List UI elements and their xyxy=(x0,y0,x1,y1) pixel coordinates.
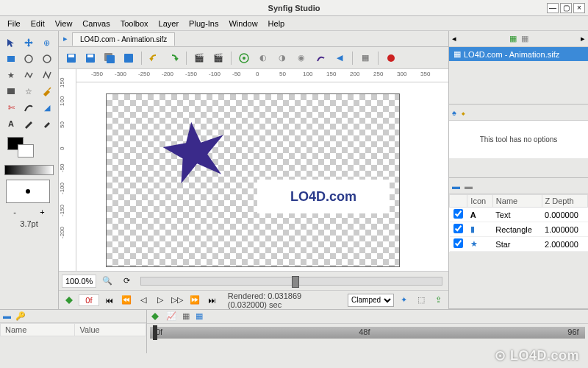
prev-doc-icon[interactable]: ◂ xyxy=(452,34,456,43)
brush-size-plus[interactable]: + xyxy=(40,208,44,216)
menu-view[interactable]: View xyxy=(51,18,77,29)
layer-visible-checkbox[interactable] xyxy=(453,209,463,219)
bone-setup-icon[interactable]: ⬚ xyxy=(414,292,428,308)
layers-tab2-icon[interactable]: ▬ xyxy=(465,182,473,191)
params-tab2-icon[interactable]: 🔑 xyxy=(15,311,26,321)
render-icon[interactable]: 🎬 xyxy=(191,50,207,66)
zoom-in-icon[interactable]: ⊕ xyxy=(39,35,55,50)
color-swatches[interactable] xyxy=(4,137,54,160)
menu-layer[interactable]: Layer xyxy=(154,18,184,29)
save-button[interactable] xyxy=(63,50,79,66)
keyframe-toggle-icon[interactable] xyxy=(62,292,76,308)
layer-col-name[interactable]: Name xyxy=(492,195,542,208)
curves-tab-icon[interactable]: 📈 xyxy=(166,311,176,322)
next-doc-icon[interactable]: ▸ xyxy=(581,34,585,43)
onion-next-icon[interactable]: ◉ xyxy=(293,50,309,66)
keyframe-lock-select[interactable]: Clamped xyxy=(348,294,394,307)
timeline-ruler[interactable]: 0f 48f 96f xyxy=(150,327,585,339)
current-frame[interactable]: 0f xyxy=(79,294,98,306)
star-shape[interactable] xyxy=(160,118,234,191)
layer-row[interactable]: ★Star2.000000 xyxy=(450,237,588,252)
zoom-reset-icon[interactable]: ⟳ xyxy=(118,273,135,289)
zoom-fit-icon[interactable]: 🔍 xyxy=(99,273,115,289)
onion-skin-icon[interactable] xyxy=(312,50,329,66)
cutout-tool[interactable]: ✄ xyxy=(3,100,19,115)
rectangle-tool[interactable] xyxy=(3,52,19,66)
undo-button[interactable] xyxy=(146,50,162,66)
history-tab-icon[interactable]: ▦ xyxy=(182,311,190,322)
canvas[interactable]: LO4D.com xyxy=(76,82,448,271)
params-col-name[interactable]: Name xyxy=(1,324,75,336)
keyframe-nav-icon[interactable]: ◀ xyxy=(331,50,348,66)
seek-start-icon[interactable]: ⏮ xyxy=(102,292,116,308)
transform-tool[interactable] xyxy=(3,35,19,50)
redo-button[interactable] xyxy=(165,50,182,66)
star-tool[interactable]: ★ xyxy=(3,68,19,82)
spline-tool[interactable] xyxy=(21,68,37,82)
onion-prev-icon[interactable]: ◐ xyxy=(255,50,271,66)
menu-help[interactable]: Help xyxy=(264,18,290,29)
zoom-level[interactable]: 100.0% xyxy=(62,275,96,288)
seek-end-icon[interactable]: ⏭ xyxy=(204,292,218,308)
onion-both-icon[interactable]: ◑ xyxy=(274,50,290,66)
menu-edit[interactable]: Edit xyxy=(26,18,49,29)
eyedrop-tool[interactable] xyxy=(39,84,55,99)
polyline-tool[interactable] xyxy=(39,68,55,82)
animate-mode-icon[interactable]: ⇪ xyxy=(431,292,445,308)
layer-col-visible[interactable] xyxy=(450,195,467,208)
smooth-move-tool[interactable] xyxy=(21,35,37,50)
gradient-swatch[interactable] xyxy=(4,165,54,175)
tool-options-tab-icon[interactable]: ♠ xyxy=(452,108,456,117)
layer-visible-checkbox[interactable] xyxy=(453,224,463,233)
export-button[interactable] xyxy=(121,50,137,66)
layer-row[interactable]: AText0.000000 xyxy=(450,208,588,222)
grid-icon[interactable]: ▦ xyxy=(357,50,373,66)
brush-size-minus[interactable]: - xyxy=(13,208,16,216)
layer-col-zdepth[interactable]: Z Depth xyxy=(542,195,587,208)
save-all-button[interactable] xyxy=(101,50,118,66)
brush-tool[interactable] xyxy=(39,116,55,131)
layer-visible-checkbox[interactable] xyxy=(453,238,463,248)
doclist-alt-icon[interactable]: ▦ xyxy=(521,34,528,43)
draw-tool[interactable] xyxy=(21,100,37,115)
time-scrubber[interactable] xyxy=(140,277,442,286)
seek-prev-icon[interactable]: ◁ xyxy=(136,292,150,308)
brush-preview[interactable] xyxy=(6,180,50,203)
text-tool[interactable]: A xyxy=(3,116,19,131)
ellipse-tool[interactable] xyxy=(39,52,55,66)
menu-toolbox[interactable]: Toolbox xyxy=(116,18,153,29)
maximize-button[interactable]: ▢ xyxy=(560,3,572,13)
bone-icon[interactable]: ✦ xyxy=(397,292,411,308)
document-list-item[interactable]: ▦ LO4D.com - Animation.sifz xyxy=(449,47,588,61)
layer-col-icon[interactable]: Icon xyxy=(467,195,493,208)
doclist-icon[interactable]: ▦ xyxy=(509,34,517,43)
menu-file[interactable]: File xyxy=(3,18,25,29)
render-preview-icon[interactable]: 🎬 xyxy=(210,50,226,66)
gradient-tool[interactable] xyxy=(3,84,19,99)
save-as-button[interactable] xyxy=(82,50,98,66)
star-tool-2[interactable]: ☆ xyxy=(21,84,37,99)
play-button[interactable]: ▷ xyxy=(154,292,168,308)
menu-canvas[interactable]: Canvas xyxy=(78,18,114,29)
seek-prev-kf-icon[interactable]: ⏪ xyxy=(119,292,133,308)
document-tab[interactable]: LO4D.com - Animation.sifz xyxy=(72,32,175,46)
fill-tool[interactable]: ◢ xyxy=(39,100,55,115)
close-button[interactable]: × xyxy=(573,3,585,13)
sketch-tool[interactable] xyxy=(21,116,37,131)
circle-tool[interactable] xyxy=(21,52,37,66)
caret-icon[interactable]: ▸ xyxy=(63,34,68,43)
params-tab-icon[interactable]: ▬ xyxy=(3,311,11,321)
library-tab-icon[interactable]: ▦ xyxy=(196,311,203,322)
keyframes-tab-icon[interactable] xyxy=(150,311,160,322)
preview-button[interactable] xyxy=(236,50,252,66)
menu-window[interactable]: Window xyxy=(224,18,262,29)
layers-tab-icon[interactable]: ▬ xyxy=(452,182,460,191)
seek-next-icon[interactable]: ▷▷ xyxy=(171,292,184,308)
params-col-value[interactable]: Value xyxy=(75,324,146,336)
menu-plugins[interactable]: Plug-Ins xyxy=(184,18,223,29)
layer-row[interactable]: ▮Rectangle1.000000 xyxy=(450,222,588,237)
canvas-text-layer[interactable]: LO4D.com xyxy=(257,180,390,213)
record-button[interactable] xyxy=(383,50,399,66)
seek-next-kf-icon[interactable]: ⏩ xyxy=(187,292,201,308)
background-color[interactable] xyxy=(18,144,34,158)
